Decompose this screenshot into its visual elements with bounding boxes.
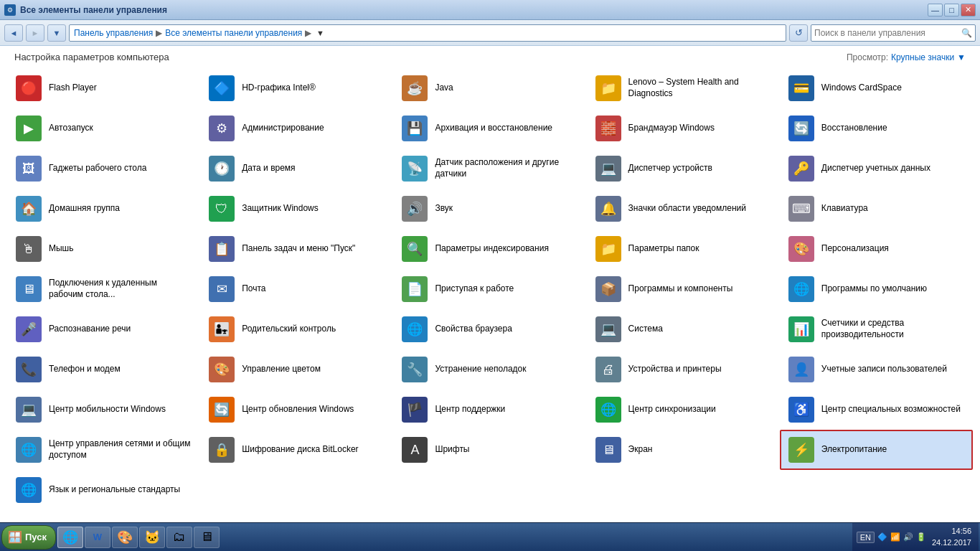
- control-item-admin[interactable]: ⚙Администрирование: [200, 108, 393, 149]
- icon-remote-desktop: 🖥: [14, 275, 43, 303]
- taskbar-app-chrome[interactable]: 🌐: [57, 527, 83, 548]
- control-item-user-accounts-mgr[interactable]: 🔑Диспетчер учетных данных: [780, 149, 973, 189]
- control-item-programs[interactable]: 📦Программы и компоненты: [587, 269, 780, 309]
- control-item-windows-cardspace[interactable]: 💳Windows CardSpace: [780, 68, 973, 108]
- control-item-recovery[interactable]: 🔄Восстановление: [780, 108, 973, 149]
- icon-recovery: 🔄: [787, 114, 816, 143]
- search-input[interactable]: [814, 28, 960, 38]
- taskbar-app-gimp[interactable]: 🐱: [139, 527, 165, 548]
- control-item-defender[interactable]: 🛡Защитник Windows: [200, 189, 393, 229]
- label-autorun: Автозапуск: [49, 123, 93, 134]
- control-item-fonts[interactable]: AШрифты: [393, 430, 586, 470]
- taskbar-app-explorer[interactable]: 🗂: [166, 527, 192, 548]
- control-item-network[interactable]: 🌐Центр управления сетями и общим доступо…: [7, 430, 200, 470]
- start-label: Пуск: [25, 532, 47, 542]
- control-item-device-manager[interactable]: 💻Диспетчер устройств: [587, 149, 780, 189]
- control-item-power[interactable]: ⚡Электропитание: [780, 430, 973, 470]
- control-item-mouse[interactable]: 🖱Мышь: [7, 229, 200, 269]
- control-item-backup[interactable]: 💾Архивация и восстановление: [393, 108, 586, 149]
- icon-performance: 📊: [787, 315, 816, 344]
- view-value[interactable]: Крупные значки: [891, 52, 954, 62]
- icon-programs: 📦: [594, 275, 623, 303]
- control-item-indexing[interactable]: 🔍Параметры индексирования: [393, 229, 586, 269]
- search-icon[interactable]: 🔍: [961, 28, 972, 38]
- label-phone-modem: Телефон и модем: [49, 364, 121, 375]
- control-item-default-programs[interactable]: 🌐Программы по умолчанию: [780, 269, 973, 309]
- control-item-personalization[interactable]: 🎨Персонализация: [780, 229, 973, 269]
- label-recovery: Восстановление: [821, 123, 887, 134]
- start-button[interactable]: 🪟 Пуск: [1, 525, 56, 550]
- control-item-folder-options[interactable]: 📁Параметры папок: [587, 229, 780, 269]
- control-item-browser-props[interactable]: 🌐Свойства браузера: [393, 309, 586, 349]
- control-item-sound[interactable]: 🔊Звук: [393, 189, 586, 229]
- control-item-user-accounts[interactable]: 👤Учетные записи пользователей: [780, 349, 973, 390]
- control-item-bitlocker[interactable]: 🔒Шифрование диска BitLocker: [200, 430, 393, 470]
- tray-battery[interactable]: 🔋: [916, 532, 926, 542]
- back-button[interactable]: ◄: [4, 24, 23, 42]
- address-bar: ◄ ► ▼ Панель управления ▶ Все элементы п…: [0, 20, 980, 46]
- forward-button[interactable]: ►: [26, 24, 44, 42]
- control-item-flash-player[interactable]: 🔴Flash Player: [7, 68, 200, 108]
- taskbar-app-word[interactable]: W: [85, 527, 110, 548]
- control-item-parental[interactable]: 👨‍👧Родительский контроль: [200, 309, 393, 349]
- control-item-mail[interactable]: ✉Почта: [200, 269, 393, 309]
- icon-datetime: 🕐: [207, 154, 236, 183]
- control-item-devices-printers[interactable]: 🖨Устройства и принтеры: [587, 349, 780, 390]
- control-item-taskbar-start[interactable]: 📋Панель задач и меню "Пуск": [200, 229, 393, 269]
- control-item-mobility[interactable]: 💻Центр мобильности Windows: [7, 390, 200, 430]
- path-dropdown[interactable]: ▼: [314, 24, 326, 42]
- control-item-support[interactable]: 🏴Центр поддержки: [393, 390, 586, 430]
- control-item-display[interactable]: 🖥Экран: [587, 430, 780, 470]
- tray-volume[interactable]: 🔊: [903, 532, 913, 542]
- control-item-java[interactable]: ☕Java: [393, 68, 586, 108]
- control-item-language[interactable]: 🌐Язык и региональные стандарты: [7, 470, 200, 510]
- label-color-mgmt: Управление цветом: [242, 364, 321, 375]
- tray-network[interactable]: 📶: [890, 532, 900, 542]
- label-java: Java: [435, 83, 453, 94]
- control-item-troubleshoot[interactable]: 🔧Устранение неполадок: [393, 349, 586, 390]
- icon-color-mgmt: 🎨: [207, 355, 236, 384]
- control-item-speech[interactable]: 🎤Распознавание речи: [7, 309, 200, 349]
- window-controls[interactable]: — □ ✕: [928, 4, 976, 17]
- dropdown-button[interactable]: ▼: [47, 24, 66, 42]
- control-item-color-mgmt[interactable]: 🎨Управление цветом: [200, 349, 393, 390]
- control-item-performance[interactable]: 📊Счетчики и средства производительности: [780, 309, 973, 349]
- close-button[interactable]: ✕: [961, 4, 976, 17]
- control-item-datetime[interactable]: 🕐Дата и время: [200, 149, 393, 189]
- refresh-button[interactable]: ↺: [789, 24, 808, 42]
- control-item-keyboard[interactable]: ⌨Клавиатура: [780, 189, 973, 229]
- control-item-lenovo-health[interactable]: 📁Lenovo – System Health and Diagnostics: [587, 68, 780, 108]
- language-indicator[interactable]: EN: [857, 532, 875, 543]
- control-item-windows-update[interactable]: 🔄Центр обновления Windows: [200, 390, 393, 430]
- label-speech: Распознавание речи: [49, 324, 131, 335]
- icon-bitlocker: 🔒: [207, 435, 236, 464]
- label-flash-player: Flash Player: [49, 83, 97, 94]
- address-path[interactable]: Панель управления ▶ Все элементы панели …: [69, 24, 786, 42]
- taskbar-app-panel[interactable]: 🖥: [194, 527, 220, 548]
- control-item-notify-icons[interactable]: 🔔Значки области уведомлений: [587, 189, 780, 229]
- control-item-gadgets[interactable]: 🖼Гаджеты рабочего стола: [7, 149, 200, 189]
- icon-flash-player: 🔴: [14, 74, 43, 103]
- search-box[interactable]: 🔍: [811, 24, 976, 42]
- icon-getting-started: 📄: [400, 275, 429, 303]
- icon-language: 🌐: [14, 476, 43, 504]
- label-folder-options: Параметры папок: [628, 243, 699, 255]
- minimize-button[interactable]: —: [928, 4, 943, 17]
- control-item-remote-desktop[interactable]: 🖥Подключения к удаленным рабочим стола..…: [7, 269, 200, 309]
- control-item-firewall[interactable]: 🧱Брандмауэр Windows: [587, 108, 780, 149]
- control-item-phone-modem[interactable]: 📞Телефон и модем: [7, 349, 200, 390]
- icon-troubleshoot: 🔧: [400, 355, 429, 384]
- control-item-system[interactable]: 💻Система: [587, 309, 780, 349]
- control-item-getting-started[interactable]: 📄Приступая к работе: [393, 269, 586, 309]
- view-selector[interactable]: Просмотр: Крупные значки ▼: [847, 52, 966, 62]
- control-item-home-group[interactable]: 🏠Домашняя группа: [7, 189, 200, 229]
- taskbar-app-paint[interactable]: 🎨: [112, 527, 138, 548]
- view-dropdown-icon[interactable]: ▼: [957, 52, 966, 62]
- control-item-accessibility[interactable]: ♿Центр специальных возможностей: [780, 390, 973, 430]
- control-item-sync[interactable]: 🌐Центр синхронизации: [587, 390, 780, 430]
- control-item-hd-graphics[interactable]: 🔷HD-графика Intel®: [200, 68, 393, 108]
- tray-bluetooth[interactable]: 🔷: [877, 532, 887, 542]
- control-item-autorun[interactable]: ▶Автозапуск: [7, 108, 200, 149]
- maximize-button[interactable]: □: [944, 4, 959, 17]
- control-item-location[interactable]: 📡Датчик расположения и другие датчики: [393, 149, 586, 189]
